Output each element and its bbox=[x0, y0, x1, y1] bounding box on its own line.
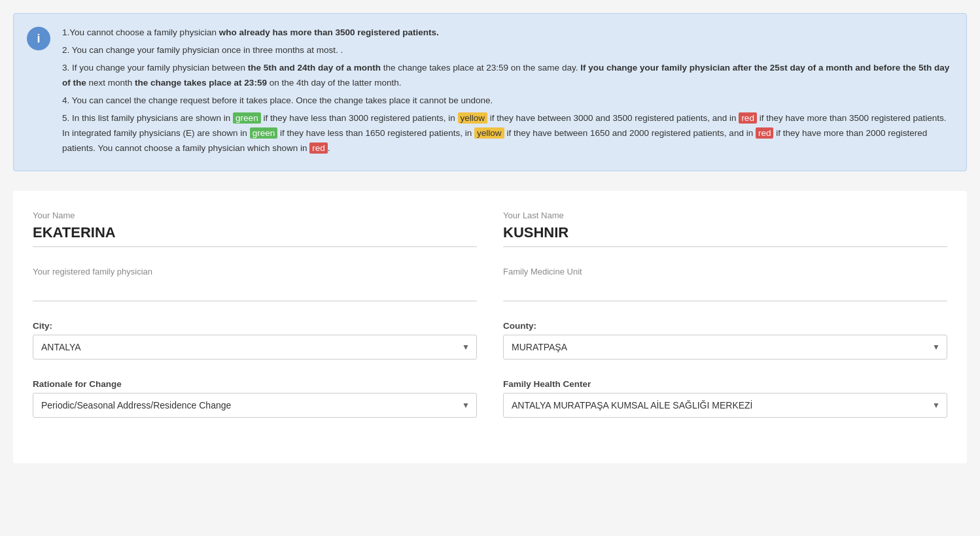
city-county-row: City: ANTALYA ▼ County: MURATPAŞA ▼ bbox=[33, 321, 947, 360]
rationale-field: Rationale for Change Periodic/Seasonal A… bbox=[33, 379, 477, 418]
city-select[interactable]: ANTALYA bbox=[33, 335, 476, 359]
fhc-label: Family Health Center bbox=[503, 379, 947, 389]
rationale-fhc-row: Rationale for Change Periodic/Seasonal A… bbox=[33, 379, 947, 418]
name-row: Your Name EKATERINA Your Last Name KUSHN… bbox=[33, 210, 947, 247]
first-name-value: EKATERINA bbox=[33, 224, 477, 247]
physician-field: Your registered family physician bbox=[33, 267, 477, 301]
county-select[interactable]: MURATPAŞA bbox=[504, 335, 947, 359]
physician-value bbox=[33, 280, 477, 301]
county-label: County: bbox=[503, 321, 947, 331]
fhc-select[interactable]: ANTALYA MURATPAŞA KUMSAL AİLE SAĞLIĞI ME… bbox=[504, 394, 947, 417]
red-highlight-2: red bbox=[756, 127, 774, 139]
county-field: County: MURATPAŞA ▼ bbox=[503, 321, 947, 360]
rule-1: 1.You cannot choose a family physician w… bbox=[62, 25, 953, 41]
green-highlight-2: green bbox=[250, 127, 278, 139]
fmu-field: Family Medicine Unit bbox=[503, 267, 947, 301]
city-field: City: ANTALYA ▼ bbox=[33, 321, 477, 360]
fmu-label: Family Medicine Unit bbox=[503, 267, 947, 276]
fhc-select-wrapper[interactable]: ANTALYA MURATPAŞA KUMSAL AİLE SAĞLIĞI ME… bbox=[503, 393, 947, 418]
rationale-select-wrapper[interactable]: Periodic/Seasonal Address/Residence Chan… bbox=[33, 393, 477, 418]
last-name-label: Your Last Name bbox=[503, 210, 947, 220]
rule-5: 5. In this list family physicians are sh… bbox=[62, 111, 953, 156]
last-name-value: KUSHNIR bbox=[503, 224, 947, 247]
green-highlight-1: green bbox=[233, 112, 261, 124]
last-name-field: Your Last Name KUSHNIR bbox=[503, 210, 947, 247]
rationale-select[interactable]: Periodic/Seasonal Address/Residence Chan… bbox=[33, 394, 476, 417]
city-select-wrapper[interactable]: ANTALYA ▼ bbox=[33, 335, 477, 360]
physician-label: Your registered family physician bbox=[33, 267, 477, 276]
info-content: 1.You cannot choose a family physician w… bbox=[62, 25, 953, 159]
county-select-wrapper[interactable]: MURATPAŞA ▼ bbox=[503, 335, 947, 360]
yellow-highlight-1: yellow bbox=[458, 112, 488, 124]
red-highlight-3: red bbox=[309, 142, 328, 154]
yellow-highlight-2: yellow bbox=[474, 127, 504, 139]
info-box: i 1.You cannot choose a family physician… bbox=[13, 13, 967, 171]
red-highlight-1: red bbox=[739, 112, 757, 124]
rule-3: 3. If you change your family physician b… bbox=[62, 61, 953, 91]
city-label: City: bbox=[33, 321, 477, 331]
physician-row: Your registered family physician Family … bbox=[33, 267, 947, 301]
rule-2: 2. You can change your family physician … bbox=[62, 43, 953, 58]
first-name-label: Your Name bbox=[33, 210, 477, 220]
first-name-field: Your Name EKATERINA bbox=[33, 210, 477, 247]
form-section: Your Name EKATERINA Your Last Name KUSHN… bbox=[13, 191, 967, 463]
info-icon: i bbox=[27, 27, 50, 50]
rule-4: 4. You can cancel the change request bef… bbox=[62, 93, 953, 109]
fhc-field: Family Health Center ANTALYA MURATPAŞA K… bbox=[503, 379, 947, 418]
fmu-value bbox=[503, 280, 947, 301]
rationale-label: Rationale for Change bbox=[33, 379, 477, 389]
